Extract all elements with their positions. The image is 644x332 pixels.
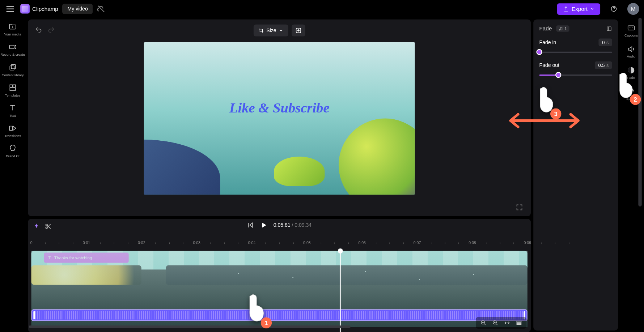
svg-rect-5 — [13, 85, 16, 87]
audio-clip[interactable] — [31, 309, 528, 321]
brand-icon — [8, 144, 17, 153]
folder-plus-icon — [8, 22, 17, 31]
playhead[interactable] — [340, 251, 340, 332]
app-logo[interactable]: Clipchamp — [20, 4, 58, 14]
svg-point-9 — [46, 224, 47, 226]
timeline: 0:05.81 / 0:09.34 00:010:020:030:040:050… — [28, 219, 531, 332]
menu-button[interactable] — [4, 3, 16, 15]
timecode: 0:05.81 / 0:09.34 — [274, 222, 312, 228]
rn-captions[interactable]: Captions — [624, 24, 638, 37]
svg-rect-14 — [517, 323, 521, 324]
sparkle-icon — [295, 27, 302, 34]
nav-label: Templates — [5, 94, 21, 98]
svg-rect-1 — [9, 45, 14, 49]
crop-icon — [259, 28, 264, 33]
fade-out-control: Fade out 0.5s — [539, 61, 612, 77]
nav-label: Transitions — [4, 134, 21, 138]
speaker-icon — [627, 45, 635, 53]
nav-transitions[interactable]: Transitions — [4, 124, 21, 138]
library-icon — [8, 63, 17, 72]
nav-label: Content library — [2, 73, 24, 77]
transitions-icon — [8, 124, 17, 133]
captions-icon — [627, 24, 635, 32]
tracks-area[interactable]: Thanks for watching — [31, 251, 528, 327]
app-name: Clipchamp — [32, 6, 58, 12]
timeline-tools — [476, 317, 526, 329]
play-button[interactable] — [260, 221, 267, 229]
nav-your-media[interactable]: Your media — [4, 22, 21, 37]
scissors-button[interactable] — [45, 223, 52, 230]
redo-button[interactable] — [47, 26, 55, 34]
horizontal-scrollbar[interactable] — [29, 325, 351, 329]
camera-icon — [8, 42, 17, 52]
preview-canvas[interactable]: Like & Subscribe — [144, 42, 415, 195]
timecode-current: 0:05.81 — [274, 222, 291, 228]
chevron-down-icon — [279, 28, 283, 33]
ai-sparkle-button[interactable] — [33, 223, 40, 230]
time-ruler[interactable]: 00:010:020:030:040:050:060:070:080:09 — [31, 241, 528, 249]
nav-label: Brand kit — [6, 154, 20, 158]
nav-record[interactable]: Record & create — [0, 42, 25, 57]
nav-label: Text — [10, 114, 16, 118]
upload-icon — [563, 6, 569, 12]
svg-rect-3 — [11, 64, 16, 69]
topbar: Clipchamp My video Export M — [0, 0, 643, 18]
svg-rect-6 — [10, 88, 16, 90]
nav-label: Record & create — [0, 53, 25, 57]
timecode-duration: 0:09.34 — [295, 222, 312, 228]
panel-title: Fade — [539, 25, 552, 32]
zoom-in-button[interactable] — [491, 319, 499, 327]
clipchamp-icon — [20, 4, 30, 14]
help-button[interactable] — [608, 3, 620, 15]
properties-panel: Fade 1 Fade in 0s Fade out 0.5s — [533, 20, 618, 331]
nav-label: Your media — [4, 33, 21, 37]
music-note-icon — [559, 26, 563, 31]
fade-in-slider[interactable] — [539, 50, 612, 54]
left-nav: Your media Record & create Content libra… — [0, 18, 25, 332]
text-icon — [8, 103, 17, 112]
export-button[interactable]: Export — [557, 3, 600, 15]
fade-out-value[interactable]: 0.5s — [595, 61, 612, 69]
nav-brand-kit[interactable]: Brand kit — [6, 144, 20, 158]
annotation-arrow-horizontal — [506, 110, 582, 131]
ai-button[interactable] — [292, 25, 305, 37]
fade-in-value[interactable]: 0s — [599, 38, 612, 46]
rn-speed[interactable]: Speed — [626, 87, 636, 101]
svg-rect-4 — [10, 85, 12, 87]
fade-icon — [627, 66, 635, 75]
svg-rect-13 — [517, 321, 521, 322]
svg-rect-7 — [9, 126, 12, 131]
svg-point-10 — [46, 227, 47, 229]
cloud-offline-icon — [97, 5, 105, 13]
rn-audio[interactable]: Audio — [627, 45, 635, 58]
svg-rect-16 — [607, 27, 611, 31]
svg-rect-17 — [628, 26, 635, 30]
rn-fade[interactable]: Fade — [627, 66, 635, 80]
size-dropdown[interactable]: Size — [254, 25, 288, 37]
fullscreen-button[interactable] — [516, 204, 523, 211]
help-icon — [610, 5, 617, 12]
tracks-view-button[interactable] — [515, 319, 523, 327]
fade-in-label: Fade in — [539, 39, 556, 45]
fit-button[interactable] — [503, 319, 511, 327]
nav-content-library[interactable]: Content library — [2, 63, 24, 77]
skip-start-button[interactable] — [247, 222, 254, 229]
chevron-down-icon — [590, 7, 594, 11]
nav-templates[interactable]: Templates — [5, 83, 21, 97]
export-label: Export — [572, 6, 588, 12]
fade-out-label: Fade out — [539, 62, 559, 68]
vertical-scrollbar[interactable] — [637, 18, 643, 332]
selection-badge: 1 — [556, 25, 569, 32]
project-title[interactable]: My video — [62, 4, 93, 14]
nav-text[interactable]: Text — [8, 103, 17, 118]
popout-button[interactable] — [606, 26, 612, 31]
avatar[interactable]: M — [627, 3, 639, 15]
svg-rect-2 — [10, 66, 14, 70]
undo-button[interactable] — [35, 26, 42, 34]
templates-icon — [8, 83, 17, 92]
fade-out-slider[interactable] — [539, 73, 612, 76]
zoom-out-button[interactable] — [479, 319, 487, 327]
size-label: Size — [266, 27, 276, 33]
video-clip[interactable] — [31, 251, 528, 269]
svg-rect-15 — [517, 324, 521, 324]
